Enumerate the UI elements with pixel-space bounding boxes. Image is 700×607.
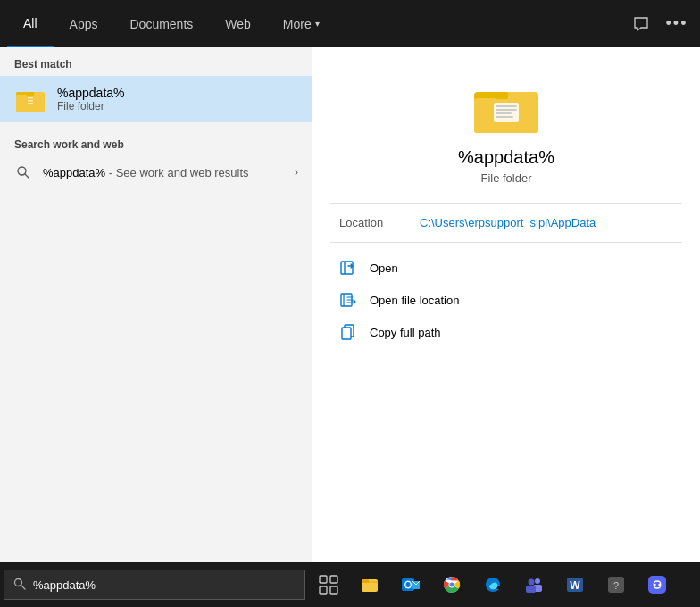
taskbar-word[interactable]: W (555, 565, 595, 604)
svg-rect-28 (402, 578, 414, 591)
taskbar-chrome[interactable] (432, 565, 471, 604)
divider-top (330, 203, 682, 204)
more-options-button[interactable]: ••• (661, 8, 693, 40)
search-web-icon (14, 163, 32, 181)
svg-line-7 (25, 174, 29, 178)
svg-rect-2 (27, 92, 34, 96)
svg-rect-3 (28, 97, 33, 99)
svg-rect-10 (496, 92, 508, 99)
folder-icon-small (14, 83, 46, 115)
svg-text:?: ? (613, 580, 619, 591)
ellipsis-icon: ••• (666, 14, 688, 33)
svg-point-34 (450, 583, 454, 587)
chevron-right-icon: › (295, 166, 298, 179)
result-item-appdata[interactable]: %appdata% File folder (0, 76, 312, 122)
search-web-label: Search work and web (0, 131, 312, 156)
action-copy-full-path-label: Copy full path (370, 326, 441, 339)
action-copy-full-path[interactable]: Copy full path (330, 316, 682, 348)
svg-rect-27 (362, 579, 369, 583)
chrome-icon (442, 575, 462, 595)
search-web-query-text: %appdata% - See work and web results (43, 166, 249, 179)
copy-icon (339, 323, 357, 341)
taskbar-search-bar[interactable]: %appdata% (4, 570, 305, 600)
taskbar-search-icon (13, 578, 26, 593)
svg-rect-19 (342, 328, 351, 339)
taskbar-discord[interactable] (638, 565, 677, 604)
best-match-label: Best match (0, 47, 312, 76)
taskbar-task-view[interactable] (309, 565, 348, 604)
svg-text:W: W (570, 579, 580, 592)
tab-documents-label: Documents (129, 17, 193, 31)
svg-rect-24 (320, 586, 327, 594)
file-location-icon (339, 291, 357, 309)
right-panel: %appdata% File folder Location C:\Users\… (312, 47, 700, 562)
location-value[interactable]: C:\Users\erpsupport_sipl\AppData (420, 216, 596, 229)
svg-rect-26 (362, 579, 378, 592)
nav-icons: ••• (625, 8, 693, 40)
unknown-app-icon: ? (606, 575, 626, 595)
taskbar-teams[interactable] (514, 565, 554, 604)
divider-bottom (330, 242, 682, 243)
svg-point-44 (654, 584, 655, 586)
search-panel: Best match %appdata% File folder (0, 47, 700, 562)
svg-point-32 (444, 577, 460, 593)
svg-rect-5 (28, 103, 33, 104)
action-open-file-location-label: Open file location (370, 294, 459, 307)
svg-rect-43 (648, 576, 666, 594)
tab-all[interactable]: All (7, 0, 54, 47)
search-suffix: - See work and web results (105, 166, 248, 179)
task-view-icon (319, 575, 338, 595)
edge-icon (483, 575, 503, 595)
teams-icon (524, 575, 544, 595)
folder-icon-large (471, 74, 542, 137)
svg-line-21 (21, 585, 26, 589)
tab-more-label: More (283, 17, 312, 31)
svg-point-37 (529, 579, 535, 586)
open-icon (339, 259, 357, 277)
taskbar-unknown-app[interactable]: ? (596, 565, 636, 604)
taskbar-edge[interactable] (473, 565, 512, 604)
search-web-section: Search work and web %appdata% - See work… (0, 122, 312, 197)
location-label: Location (339, 216, 420, 229)
file-explorer-icon (360, 575, 379, 595)
tab-apps[interactable]: Apps (54, 0, 114, 47)
action-open-file-location[interactable]: Open file location (330, 284, 682, 316)
tab-apps-label: Apps (70, 17, 98, 31)
outlook-icon (401, 575, 421, 595)
action-open-label: Open (370, 262, 398, 275)
result-subtitle: File folder (57, 100, 125, 112)
svg-rect-14 (496, 112, 512, 114)
taskbar-outlook[interactable] (391, 565, 430, 604)
location-row: Location C:\Users\erpsupport_sipl\AppDat… (330, 216, 682, 229)
tab-web[interactable]: Web (209, 0, 267, 47)
tab-all-label: All (23, 16, 38, 30)
search-query: %appdata% (43, 166, 105, 179)
svg-rect-4 (28, 100, 33, 102)
svg-rect-22 (320, 576, 327, 583)
tab-web-label: Web (225, 17, 251, 31)
svg-rect-41 (608, 577, 624, 593)
tab-documents[interactable]: Documents (113, 0, 209, 47)
svg-rect-39 (567, 578, 583, 592)
top-navigation: All Apps Documents Web More ▾ ••• (0, 0, 700, 47)
svg-point-35 (535, 578, 540, 584)
svg-rect-12 (496, 105, 517, 107)
taskbar-file-explorer[interactable] (350, 565, 389, 604)
chat-icon-button[interactable] (625, 8, 657, 40)
tab-more[interactable]: More ▾ (267, 0, 336, 47)
svg-rect-31 (412, 581, 420, 589)
search-web-item[interactable]: %appdata% - See work and web results › (0, 156, 312, 188)
app-title: %appdata% (458, 147, 554, 168)
svg-rect-36 (533, 585, 542, 592)
taskbar-search-text: %appdata% (33, 578, 96, 592)
word-icon: W (565, 575, 585, 595)
chevron-down-icon: ▾ (315, 19, 320, 29)
action-open[interactable]: Open (330, 252, 682, 284)
svg-rect-38 (526, 586, 536, 593)
left-panel: Best match %appdata% File folder (0, 47, 312, 562)
svg-rect-23 (330, 576, 338, 583)
app-subtitle: File folder (480, 171, 531, 185)
svg-rect-13 (496, 109, 517, 111)
svg-rect-25 (330, 586, 338, 594)
discord-icon (647, 575, 667, 595)
